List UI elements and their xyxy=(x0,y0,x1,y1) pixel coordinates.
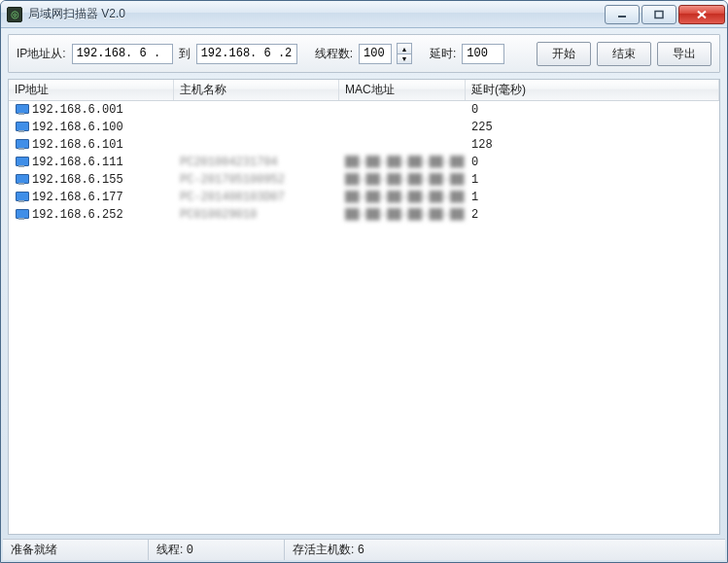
status-alive-value: 6 xyxy=(358,544,364,557)
delay-label: 延时: xyxy=(430,46,456,62)
window-controls xyxy=(603,5,725,24)
app-icon: ◎ xyxy=(7,7,22,22)
status-threads: 线程: 0 xyxy=(149,540,285,560)
minimize-button[interactable] xyxy=(605,5,640,24)
titlebar[interactable]: ◎ 局域网扫描器 V2.0 xyxy=(1,1,727,28)
threads-label: 线程数: xyxy=(315,46,353,62)
status-threads-value: 0 xyxy=(187,544,193,557)
cell-host: PC-201408103D07 xyxy=(174,191,339,204)
cell-mac: ██-██-██-██-██-██ xyxy=(339,173,466,187)
maximize-button[interactable] xyxy=(641,5,676,24)
status-alive-label: 存活主机数: xyxy=(293,542,354,558)
cell-ip: 192.168.6.177 xyxy=(32,191,123,204)
table-row[interactable]: 192.168.6.0010 xyxy=(9,101,719,119)
ip-to-label: 到 xyxy=(179,46,191,62)
cell-host: PC-201705100952 xyxy=(174,173,339,187)
computer-icon xyxy=(15,139,28,151)
cell-ip: 192.168.6.252 xyxy=(32,208,123,222)
cell-latency: 225 xyxy=(466,121,719,134)
cell-host: PC201004231704 xyxy=(174,156,339,169)
table-row[interactable]: 192.168.6.100225 xyxy=(9,119,719,136)
ip-to-input[interactable] xyxy=(196,44,297,64)
threads-up-button[interactable]: ▲ xyxy=(397,43,412,53)
app-window: ◎ 局域网扫描器 V2.0 IP地址从: 到 线程数: ▲ ▼ 延时: xyxy=(0,0,728,563)
close-button[interactable] xyxy=(678,5,725,24)
cell-latency: 1 xyxy=(466,173,719,187)
cell-ip: 192.168.6.101 xyxy=(32,138,123,152)
ip-from-input[interactable] xyxy=(72,44,173,64)
status-alive: 存活主机数: 6 xyxy=(285,540,725,560)
threads-input[interactable] xyxy=(359,44,392,64)
computer-icon xyxy=(15,157,28,168)
computer-icon xyxy=(15,174,28,186)
status-threads-label: 线程: xyxy=(156,542,183,558)
cell-latency: 2 xyxy=(466,208,719,222)
list-body[interactable]: 192.168.6.0010192.168.6.100225192.168.6.… xyxy=(9,101,719,534)
statusbar: 准备就绪 线程: 0 存活主机数: 6 xyxy=(3,539,725,560)
ip-from-label: IP地址从: xyxy=(17,46,66,62)
col-header-mac[interactable]: MAC地址 xyxy=(339,80,466,100)
cell-host: PC010029010 xyxy=(174,208,339,222)
stop-button[interactable]: 结束 xyxy=(597,42,651,66)
table-row[interactable]: 192.168.6.155PC-201705100952██-██-██-██-… xyxy=(9,171,719,189)
results-list: IP地址 主机名称 MAC地址 延时(毫秒) 192.168.6.0010192… xyxy=(8,79,720,535)
computer-icon xyxy=(15,122,28,133)
cell-mac: ██-██-██-██-██-██ xyxy=(339,208,466,222)
threads-down-button[interactable]: ▼ xyxy=(397,53,412,64)
computer-icon xyxy=(15,192,28,203)
export-button[interactable]: 导出 xyxy=(657,42,711,66)
toolbar: IP地址从: 到 线程数: ▲ ▼ 延时: 开始 结束 导出 xyxy=(8,34,720,73)
computer-icon xyxy=(15,209,28,221)
window-title: 局域网扫描器 V2.0 xyxy=(28,6,125,22)
threads-spinner: ▲ ▼ xyxy=(397,43,412,64)
table-row[interactable]: 192.168.6.101128 xyxy=(9,136,719,154)
computer-icon xyxy=(15,104,28,116)
cell-latency: 0 xyxy=(466,156,719,169)
col-header-host[interactable]: 主机名称 xyxy=(174,80,339,100)
cell-mac: ██-██-██-██-██-██ xyxy=(339,156,466,169)
cell-ip: 192.168.6.001 xyxy=(32,103,123,117)
table-row[interactable]: 192.168.6.111PC201004231704██-██-██-██-█… xyxy=(9,154,719,171)
table-row[interactable]: 192.168.6.252PC010029010██-██-██-██-██-█… xyxy=(9,206,719,224)
col-header-ip[interactable]: IP地址 xyxy=(9,80,174,100)
cell-mac: ██-██-██-██-██-██ xyxy=(339,191,466,204)
cell-latency: 128 xyxy=(466,138,719,152)
col-header-latency[interactable]: 延时(毫秒) xyxy=(466,80,719,100)
list-header: IP地址 主机名称 MAC地址 延时(毫秒) xyxy=(9,80,719,101)
cell-latency: 0 xyxy=(466,103,719,117)
cell-ip: 192.168.6.111 xyxy=(32,156,123,169)
cell-latency: 1 xyxy=(466,191,719,204)
table-row[interactable]: 192.168.6.177PC-201408103D07██-██-██-██-… xyxy=(9,189,719,206)
svg-rect-1 xyxy=(655,11,663,18)
delay-input[interactable] xyxy=(462,44,504,64)
cell-ip: 192.168.6.100 xyxy=(32,121,123,134)
cell-ip: 192.168.6.155 xyxy=(32,173,123,187)
status-ready: 准备就绪 xyxy=(3,540,149,560)
start-button[interactable]: 开始 xyxy=(537,42,591,66)
